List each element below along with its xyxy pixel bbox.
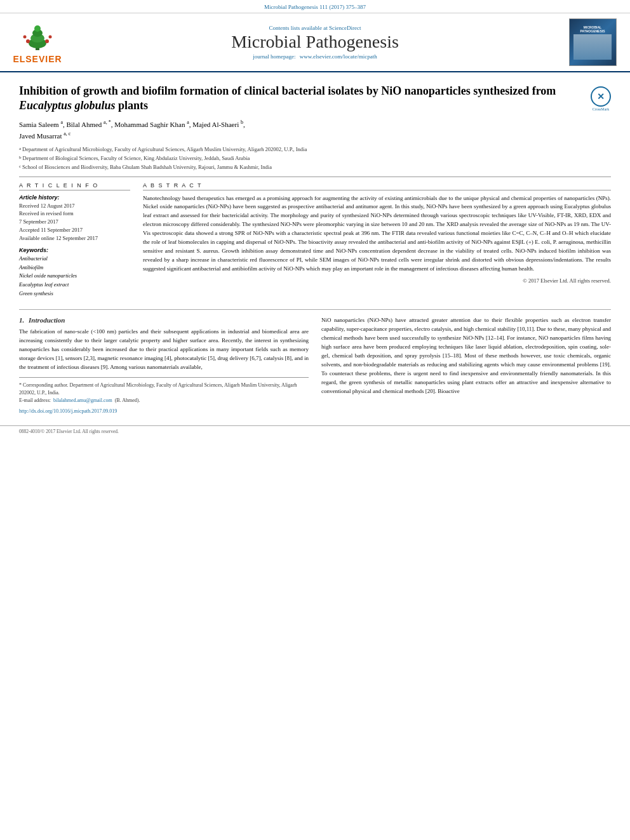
body-columns: 1. Introduction The fabrication of nano-… [19, 316, 611, 414]
article-info-col: A R T I C L E I N F O Article history: R… [19, 182, 130, 303]
abstract-col: A B S T R A C T Nanotechnology based the… [143, 182, 611, 303]
body-right-col: NiO nanoparticles (NiO-NPs) have attract… [321, 316, 611, 414]
revised-date: 7 September 2017 [19, 218, 130, 226]
svg-point-6 [45, 39, 49, 43]
elsevier-logo: ELSEVIER [13, 21, 62, 64]
abstract-text: Nanotechnology based therapeutics has em… [143, 194, 611, 274]
affil-c-sup: c [19, 163, 21, 171]
affiliations: a Department of Agricultural Microbiolog… [19, 145, 611, 171]
journal-reference: Microbial Pathogenesis 111 (2017) 375–38… [264, 4, 366, 10]
journal-homepage: journal homepage: www.elsevier.com/locat… [66, 53, 564, 60]
crossmark-badge[interactable]: ✕ CrossMark [591, 86, 611, 107]
article-info-abstract-cols: A R T I C L E I N F O Article history: R… [19, 177, 611, 303]
page: Microbial Pathogenesis 111 (2017) 375–38… [0, 0, 630, 840]
intro-right-text: NiO nanoparticles (NiO-NPs) have attract… [321, 316, 611, 396]
article-title: Inhibition of growth and biofilm formati… [19, 84, 591, 114]
author-samia: Samia Saleem [19, 120, 59, 128]
authors-line: Samia Saleem a, Bilal Ahmed a, *, Mohamm… [19, 119, 611, 142]
journal-cover: MICROBIAL PATHOGENESIS [569, 18, 617, 66]
affil-a-text: Department of Agricultural Microbiology,… [22, 145, 307, 154]
journal-header: ELSEVIER Contents lists available at Sci… [0, 13, 630, 72]
sciencedirect-link[interactable]: ScienceDirect [329, 25, 361, 31]
journal-header-right: MICROBIAL PATHOGENESIS [564, 18, 621, 66]
affiliation-a: a Department of Agricultural Microbiolog… [19, 145, 611, 154]
journal-header-center: Contents lists available at ScienceDirec… [66, 25, 564, 60]
email-note: (B. Ahmed). [115, 397, 140, 403]
online-date: Available online 12 September 2017 [19, 234, 130, 243]
keyword-3: Nickel oxide nanoparticles [19, 272, 130, 281]
contents-line: Contents lists available at ScienceDirec… [66, 25, 564, 31]
affiliation-b: b Department of Biological Sciences, Fac… [19, 154, 611, 163]
copyright: © 2017 Elsevier Ltd. All rights reserved… [143, 277, 611, 284]
article-title-italic: Eucalyptus globulus [19, 99, 116, 112]
affil-c-text: School of Biosciences and Biodiversity, … [22, 163, 272, 171]
email-link[interactable]: bilalahmed.amu@gmail.com [53, 397, 112, 403]
intro-num: 1. [19, 316, 24, 324]
author-alshaeri: Majed Al-Shaeri [192, 120, 239, 128]
crossmark-label: CrossMark [591, 107, 611, 111]
abstract-header: A B S T R A C T [143, 182, 611, 190]
intro-left-paragraph: The fabrication of nano-scale (<100 nm) … [19, 328, 309, 372]
author-musarrat-sup: a, c [64, 131, 70, 137]
article-title-text: Inhibition of growth and biofilm formati… [19, 84, 556, 97]
author-alshaeri-sup: b [241, 119, 243, 125]
intro-label: Introduction [29, 316, 65, 324]
journal-title: Microbial Pathogenesis [66, 32, 564, 52]
accepted-date: Accepted 11 September 2017 [19, 226, 130, 234]
intro-left-text: The fabrication of nano-scale (<100 nm) … [19, 328, 309, 372]
elsevier-tree-icon [18, 21, 57, 53]
article-title-section: Inhibition of growth and biofilm formati… [19, 79, 611, 114]
homepage-link[interactable]: www.elsevier.com/locate/micpath [300, 53, 377, 60]
top-bar: Microbial Pathogenesis 111 (2017) 375–38… [0, 0, 630, 13]
contents-label: Contents lists available at [269, 25, 328, 31]
intro-right-paragraph: NiO nanoparticles (NiO-NPs) have attract… [321, 316, 611, 396]
affil-a-sup: a [19, 145, 21, 154]
article-info-header: A R T I C L E I N F O [19, 182, 130, 190]
svg-point-7 [23, 35, 27, 38]
author-khan-sup: a [187, 119, 189, 125]
email-label: E-mail address: [19, 397, 51, 403]
affil-b-text: Department of Biological Sciences, Facul… [23, 154, 250, 163]
history-label: Article history: [19, 194, 130, 201]
keywords-section: Keywords: Antibacterial Antibiofilm Nick… [19, 247, 130, 298]
svg-point-5 [26, 39, 30, 43]
journal-cover-title: MICROBIAL PATHOGENESIS [572, 25, 613, 33]
journal-header-left: ELSEVIER [9, 21, 66, 64]
journal-cover-image [573, 34, 612, 60]
footnote-section: * Corresponding author. Department of Ag… [19, 377, 309, 414]
elsevier-label: ELSEVIER [13, 54, 62, 64]
revised-label: Received in revised form [19, 210, 130, 218]
corresponding-author-note: * Corresponding author. Department of Ag… [19, 382, 309, 397]
section-divider [19, 309, 611, 310]
article-content: Inhibition of growth and biofilm formati… [0, 72, 630, 420]
article-title-suffix: plants [116, 99, 149, 112]
svg-point-4 [34, 25, 41, 32]
author-bilal: Bilal Ahmed [66, 120, 102, 128]
author-samia-sup: a [60, 119, 63, 125]
crossmark-icon: ✕ [597, 91, 605, 102]
keyword-1: Antibacterial [19, 255, 130, 263]
affil-b-sup: b [19, 154, 22, 163]
svg-point-8 [49, 35, 52, 38]
crossmark-inner: ✕ [591, 86, 611, 107]
article-history: Article history: Received 12 August 2017… [19, 194, 130, 243]
affiliation-c: c School of Biosciences and Biodiversity… [19, 163, 611, 171]
intro-title: 1. Introduction [19, 316, 309, 324]
doi-link[interactable]: http://dx.doi.org/10.1016/j.micpath.2017… [19, 408, 117, 414]
keyword-2: Antibiofilm [19, 263, 130, 272]
author-musarrat: Javed Musarrat [19, 132, 62, 140]
body-left-col: 1. Introduction The fabrication of nano-… [19, 316, 309, 414]
homepage-label: journal homepage: [253, 53, 295, 60]
doi-line: http://dx.doi.org/10.1016/j.micpath.2017… [19, 407, 309, 414]
author-khan: Mohammad Saghir Khan [114, 120, 185, 128]
bottom-bar: 0882-4010/© 2017 Elsevier Ltd. All right… [0, 425, 630, 437]
email-line: E-mail address: bilalahmed.amu@gmail.com… [19, 397, 309, 404]
keyword-5: Green synthesis [19, 290, 130, 298]
keywords-label: Keywords: [19, 247, 130, 253]
received-date: Received 12 August 2017 [19, 202, 130, 210]
issn-line: 0882-4010/© 2017 Elsevier Ltd. All right… [19, 429, 119, 434]
abstract-paragraph: Nanotechnology based therapeutics has em… [143, 194, 611, 274]
author-bilal-sup: a, * [104, 119, 111, 125]
keyword-4: Eucalyptus leaf extract [19, 281, 130, 290]
